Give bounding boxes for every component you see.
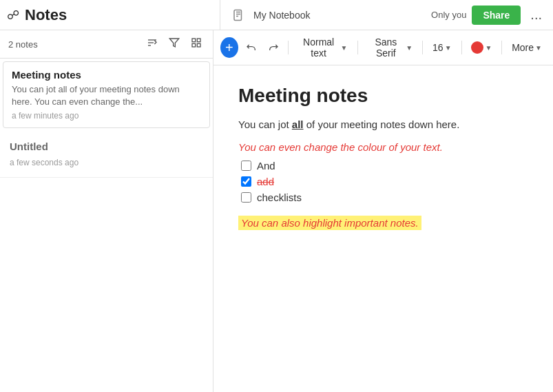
- top-bar: ☍ Notes My Notebook Only you Share ...: [0, 0, 553, 30]
- note-item-meeting[interactable]: Meeting notes You can jot all of your me…: [3, 61, 210, 128]
- filter-button[interactable]: [166, 36, 182, 52]
- color-caret: ▼: [485, 44, 492, 52]
- text-style-dropdown[interactable]: Normal text ▼: [294, 34, 352, 61]
- checklist-item-checklists: checklists: [241, 192, 528, 203]
- redo-button[interactable]: [264, 40, 282, 55]
- only-you-label: Only you: [431, 10, 466, 20]
- font-size-dropdown[interactable]: 16 ▼: [428, 40, 455, 55]
- color-dropdown[interactable]: ▼: [467, 39, 496, 56]
- toolbar-divider5: [501, 41, 502, 54]
- note-heading: Meeting notes: [238, 85, 528, 107]
- toolbar-divider4: [461, 41, 462, 54]
- font-family-label: Sans Serif: [367, 37, 404, 59]
- font-family-caret: ▼: [406, 44, 413, 52]
- body-prefix: You can jot: [238, 118, 292, 130]
- notes-list: Meeting notes You can jot all of your me…: [0, 59, 213, 392]
- note-item-time: a few minutes ago: [12, 111, 201, 121]
- font-size-label: 16: [432, 42, 444, 53]
- notebook-title: My Notebook: [253, 10, 310, 21]
- share-button[interactable]: Share: [472, 6, 521, 25]
- note-body: You can jot all of your meeting notes do…: [238, 116, 528, 133]
- checklist-checkbox-checklists[interactable]: [241, 192, 251, 203]
- note-item-title: Meeting notes: [12, 69, 201, 81]
- main-layout: 2 notes Meeting notes You can jot all of…: [0, 30, 553, 392]
- undo-button[interactable]: [242, 40, 260, 55]
- more-caret: ▼: [535, 44, 542, 52]
- checklist-label-and: And: [257, 160, 275, 172]
- notebook-icon-wrap: [229, 6, 248, 25]
- svg-rect-8: [192, 39, 196, 42]
- more-options-button[interactable]: ...: [526, 4, 546, 25]
- add-button[interactable]: +: [220, 37, 238, 58]
- notebook-header: My Notebook Only you Share ...: [220, 4, 546, 25]
- checklist-item-add: add: [241, 176, 528, 187]
- text-style-caret: ▼: [341, 44, 348, 52]
- app-title: Notes: [25, 6, 67, 24]
- toolbar-divider2: [357, 41, 358, 54]
- checklist-label-add: add: [257, 176, 274, 187]
- body-all: all: [292, 118, 304, 130]
- note-item-untitled[interactable]: Untitled a few seconds ago: [0, 131, 213, 178]
- more-dropdown[interactable]: More ▼: [508, 40, 546, 55]
- sidebar-header: 2 notes: [0, 30, 213, 59]
- checklist-label-checklists: checklists: [257, 192, 302, 203]
- svg-rect-10: [192, 43, 196, 47]
- note-item-title: Untitled: [10, 141, 203, 152]
- svg-marker-7: [169, 39, 178, 47]
- toolbar-divider: [288, 41, 289, 54]
- sort-button[interactable]: [144, 36, 160, 52]
- toolbar-divider3: [422, 41, 423, 54]
- checklist-checkbox-and[interactable]: [241, 161, 251, 171]
- checklist-checkbox-add[interactable]: [241, 176, 251, 187]
- checklist: And add checklists: [241, 160, 528, 203]
- more-label: More: [512, 42, 534, 53]
- highlight-note: You can also highlight important notes.: [238, 216, 421, 230]
- app-icon: ☍: [7, 8, 19, 23]
- note-count: 2 notes: [8, 39, 138, 50]
- note-colored-text: You can even change the colour of your t…: [238, 141, 528, 153]
- note-item-preview: You can jot all of your meeting notes do…: [12, 83, 201, 108]
- body-suffix: of your meeting notes down here.: [304, 118, 460, 130]
- notebook-icon: [232, 9, 244, 21]
- font-size-caret: ▼: [445, 44, 452, 52]
- sidebar: 2 notes Meeting notes You can jot all of…: [0, 30, 213, 392]
- font-family-dropdown[interactable]: Sans Serif ▼: [363, 34, 417, 61]
- editor: + Normal text ▼ Sans Serif ▼ 16 ▼: [213, 30, 553, 392]
- svg-rect-9: [197, 39, 200, 42]
- text-style-label: Normal text: [298, 37, 340, 59]
- svg-rect-11: [197, 43, 200, 47]
- app-header: ☍ Notes: [7, 0, 220, 30]
- editor-toolbar: + Normal text ▼ Sans Serif ▼ 16 ▼: [213, 30, 553, 65]
- color-circle: [471, 41, 483, 54]
- editor-content[interactable]: Meeting notes You can jot all of your me…: [213, 65, 553, 392]
- checklist-item-and: And: [241, 160, 528, 172]
- note-item-time: a few seconds ago: [10, 155, 203, 174]
- layout-button[interactable]: [188, 36, 205, 52]
